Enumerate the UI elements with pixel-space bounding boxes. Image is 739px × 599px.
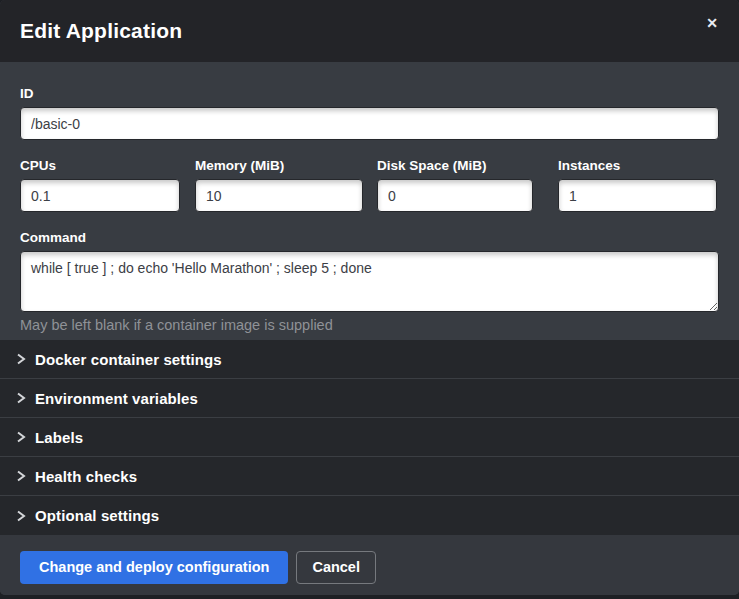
memory-field-group: Memory (MiB) (195, 158, 363, 212)
command-textarea[interactable]: while [ true ] ; do echo 'Hello Marathon… (20, 251, 719, 312)
memory-input[interactable] (195, 179, 363, 212)
section-title: Optional settings (35, 507, 159, 524)
cpus-field-group: CPUs (20, 158, 180, 212)
command-label: Command (20, 230, 719, 246)
id-field-group: ID (20, 86, 719, 140)
disk-space-input[interactable] (377, 179, 533, 212)
chevron-right-icon (16, 353, 26, 365)
disk-space-label: Disk Space (MiB) (377, 158, 533, 174)
instances-field-group: Instances (558, 158, 717, 212)
section-docker-container-settings[interactable]: Docker container settings (0, 340, 739, 379)
modal-header: Edit Application ✕ (0, 0, 739, 62)
chevron-right-icon (16, 431, 26, 443)
section-title: Health checks (35, 468, 137, 485)
cancel-button[interactable]: Cancel (296, 551, 376, 584)
section-title: Docker container settings (35, 351, 222, 368)
section-health-checks[interactable]: Health checks (0, 457, 739, 496)
command-field-group: Command while [ true ] ; do echo 'Hello … (20, 230, 719, 334)
cpus-input[interactable] (20, 179, 180, 212)
instances-input[interactable] (558, 179, 717, 212)
section-title: Environment variables (35, 390, 198, 407)
page-title: Edit Application (20, 19, 182, 43)
section-environment-variables[interactable]: Environment variables (0, 379, 739, 418)
chevron-right-icon (16, 392, 26, 404)
section-labels[interactable]: Labels (0, 418, 739, 457)
modal-footer: Change and deploy configuration Cancel (0, 535, 739, 595)
instances-label: Instances (558, 158, 717, 174)
chevron-right-icon (16, 470, 26, 482)
edit-application-modal: Edit Application ✕ ID CPUs Memory (MiB) … (0, 0, 739, 595)
id-label: ID (20, 86, 719, 102)
change-and-deploy-button[interactable]: Change and deploy configuration (20, 551, 288, 584)
disk-space-field-group: Disk Space (MiB) (377, 158, 533, 212)
section-optional-settings[interactable]: Optional settings (0, 496, 739, 535)
collapsible-sections: Docker container settings Environment va… (0, 340, 739, 535)
application-form: ID CPUs Memory (MiB) Disk Space (MiB) In… (0, 62, 739, 340)
memory-label: Memory (MiB) (195, 158, 363, 174)
section-title: Labels (35, 429, 83, 446)
resources-row: CPUs Memory (MiB) Disk Space (MiB) Insta… (20, 158, 719, 212)
close-icon[interactable]: ✕ (701, 12, 723, 34)
chevron-right-icon (16, 510, 26, 522)
command-help-text: May be left blank if a container image i… (20, 317, 719, 334)
id-input[interactable] (20, 107, 719, 140)
cpus-label: CPUs (20, 158, 180, 174)
